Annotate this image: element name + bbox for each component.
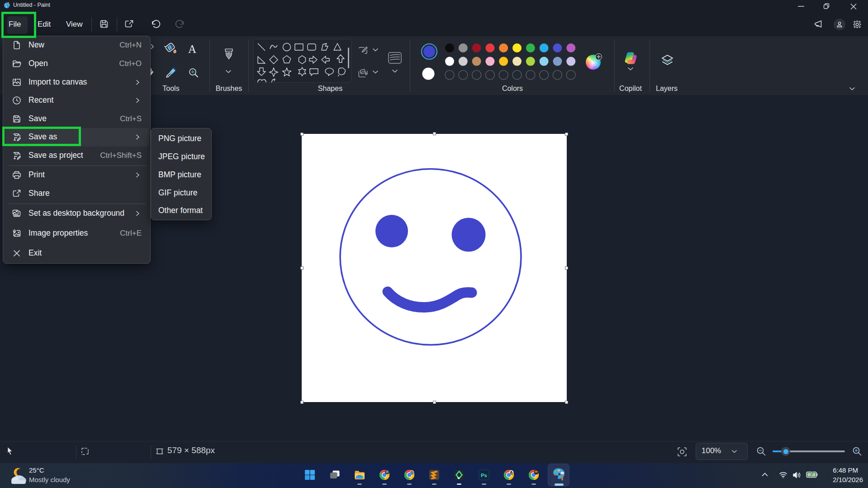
svg-text:Ps: Ps: [481, 473, 487, 478]
svg-text:R: R: [386, 470, 389, 474]
